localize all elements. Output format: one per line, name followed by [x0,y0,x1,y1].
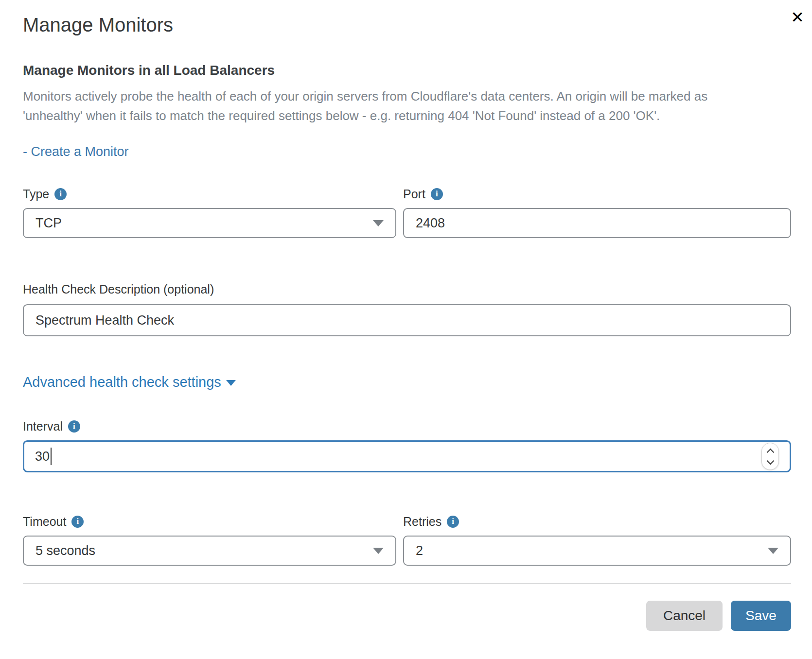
retries-field-group: Retries i 2 [403,513,791,566]
type-select-value: TCP [35,216,62,231]
dialog-title: Manage Monitors [23,13,791,37]
stepper-down-icon[interactable] [766,457,774,465]
interval-input[interactable]: 30 [23,440,791,472]
type-label-text: Type [23,186,49,202]
save-button[interactable]: Save [731,601,791,631]
chevron-down-icon [373,548,384,554]
description-label-text: Health Check Description (optional) [23,281,214,297]
chevron-down-icon [373,220,384,226]
type-label: Type i [23,186,396,202]
port-label: Port i [403,186,791,202]
health-check-description-input[interactable] [23,304,791,336]
advanced-settings-link-text: Advanced health check settings [23,373,221,391]
timeout-label-text: Timeout [23,513,66,530]
info-icon[interactable]: i [54,188,67,200]
port-field-group: Port i [403,186,791,238]
chevron-down-icon [768,548,778,554]
info-icon[interactable]: i [447,516,459,528]
port-label-text: Port [403,186,425,202]
create-monitor-link[interactable]: - Create a Monitor [23,143,129,160]
timeout-retries-row: Timeout i 5 seconds Retries i 2 [23,513,791,566]
dialog-footer: Cancel Save [23,601,791,631]
section-heading: Manage Monitors in all Load Balancers [23,62,791,79]
retries-select[interactable]: 2 [403,536,791,566]
timeout-select[interactable]: 5 seconds [23,536,396,566]
advanced-settings-link[interactable]: Advanced health check settings [23,373,236,391]
port-input[interactable] [403,208,791,238]
stepper-up-icon[interactable] [766,448,774,456]
timeout-label: Timeout i [23,513,396,530]
type-field-group: Type i TCP [23,186,396,238]
retries-select-value: 2 [416,543,423,558]
type-port-row: Type i TCP Port i [23,186,791,238]
footer-divider [23,583,791,584]
info-icon[interactable]: i [68,420,80,433]
text-cursor [51,448,52,465]
interval-field-group: Interval i 30 [23,418,791,472]
chevron-down-icon [226,380,236,386]
close-icon[interactable]: ✕ [787,7,808,28]
type-select[interactable]: TCP [23,208,396,238]
number-stepper[interactable] [761,443,779,470]
retries-label: Retries i [403,513,791,530]
info-icon[interactable]: i [431,188,443,200]
description-field-group: Health Check Description (optional) [23,281,791,336]
section-description: Monitors actively probe the health of ea… [23,87,738,125]
interval-label-text: Interval [23,418,63,434]
advanced-settings-block: Advanced health check settings [23,373,791,391]
manage-monitors-dialog: Manage Monitors ✕ Manage Monitors in all… [0,0,812,631]
info-icon[interactable]: i [71,516,84,528]
interval-value: 30 [35,449,50,464]
timeout-field-group: Timeout i 5 seconds [23,513,396,566]
description-label: Health Check Description (optional) [23,281,791,297]
interval-label: Interval i [23,418,791,434]
cancel-button[interactable]: Cancel [646,601,723,631]
retries-label-text: Retries [403,513,441,530]
timeout-select-value: 5 seconds [35,543,95,558]
